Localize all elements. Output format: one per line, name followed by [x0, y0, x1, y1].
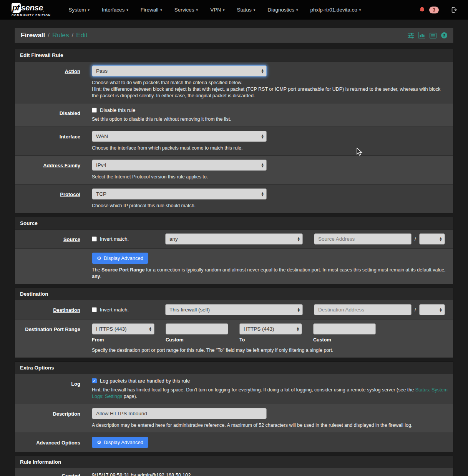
- logo-pf-box: pf: [12, 3, 21, 13]
- port-to-sublabel: To: [239, 337, 302, 343]
- panel-title: Rule Information: [15, 456, 453, 468]
- port-from-sublabel: From: [92, 337, 154, 343]
- destination-port-range-label: Destination Port Range: [25, 326, 80, 332]
- panel-title: Edit Firewall Rule: [15, 49, 453, 62]
- interface-label: Interface: [60, 134, 80, 140]
- logo-edition-text: COMMUNITY EDITION: [12, 13, 51, 17]
- address-family-select[interactable]: IPv4 ▲▼: [92, 160, 267, 171]
- form-row-address-family: Address Family IPv4 ▲▼ Select the Intern…: [15, 156, 453, 185]
- checkbox-box[interactable]: [92, 307, 97, 312]
- source-address-input[interactable]: [314, 233, 412, 245]
- bar-chart-icon[interactable]: [418, 32, 425, 38]
- sign-out-icon[interactable]: [451, 7, 458, 13]
- created-value: 9/15/17 09:58:31 by admin@192.168.50.102: [92, 472, 448, 476]
- gear-icon: ⚙: [97, 440, 101, 445]
- gear-icon: ⚙: [97, 256, 101, 261]
- chevron-down-icon: ▾: [223, 8, 225, 12]
- panel-title: Extra Options: [15, 362, 453, 374]
- log-hint-text: Hint: the firewall has limited local log…: [92, 387, 448, 400]
- protocol-help-text: Choose which IP protocol this rule shoul…: [92, 203, 448, 209]
- breadcrumb-firewall: Firewall: [21, 32, 45, 39]
- form-row-created: Created 9/15/17 09:58:31 by admin@192.16…: [15, 468, 453, 476]
- breadcrumb-edit-link[interactable]: Edit: [76, 32, 87, 39]
- description-help-text: A description may be entered here for ad…: [92, 422, 448, 429]
- display-advanced-button[interactable]: ⚙ Display Advanced: [92, 437, 148, 448]
- action-select[interactable]: Pass ▲▼: [92, 65, 267, 77]
- source-invert-checkbox[interactable]: Invert match.: [92, 236, 165, 242]
- port-custom-sublabel: Custom: [166, 337, 228, 343]
- form-row-destination: Destination Invert match. This firewall …: [15, 300, 453, 320]
- nav-firewall[interactable]: Firewall▾: [134, 7, 168, 13]
- chevron-down-icon: ▾: [160, 8, 162, 12]
- form-row-interface: Interface WAN ▲▼ Choose the interface fr…: [15, 127, 453, 156]
- logo-sense-text: sense: [21, 3, 43, 12]
- chevron-down-icon: ▾: [254, 8, 256, 12]
- list-table-icon[interactable]: [430, 33, 436, 38]
- action-help-text: Choose what to do with packets that matc…: [92, 80, 448, 99]
- log-label: Log: [71, 381, 80, 387]
- port-from-select[interactable]: HTTPS (443) ▲▼: [92, 323, 154, 335]
- port-to-select[interactable]: HTTPS (443) ▲▼: [239, 323, 302, 335]
- panel-title: Destination: [15, 288, 453, 300]
- panel-destination: Destination Destination Invert match. Th…: [15, 288, 453, 358]
- help-icon[interactable]: ?: [441, 32, 447, 38]
- nav-hostname[interactable]: phxlp-rtr01.devita.co▾: [304, 7, 367, 13]
- breadcrumb: Firewall / Rules / Edit ?: [15, 28, 453, 43]
- top-navbar: pf sense . COMMUNITY EDITION System▾ Int…: [0, 0, 468, 20]
- description-label: Description: [53, 411, 80, 417]
- panel-source: Source Source Invert match. any ▲▼: [15, 217, 453, 284]
- panel-title: Source: [15, 217, 453, 230]
- disable-rule-checkbox[interactable]: Disable this rule: [92, 105, 448, 113]
- disabled-help-text: Set this option to disable this rule wit…: [92, 116, 448, 123]
- advanced-options-label: Advanced Options: [36, 440, 80, 446]
- bell-icon[interactable]: [419, 7, 425, 13]
- logo-dot: .: [43, 8, 44, 13]
- nav-diagnostics[interactable]: Diagnostics▾: [261, 7, 304, 13]
- nav-system[interactable]: System▾: [62, 7, 96, 13]
- pfsense-logo[interactable]: pf sense . COMMUNITY EDITION: [12, 3, 51, 17]
- form-row-advanced-options: Advanced Options ⚙ Display Advanced: [15, 433, 453, 452]
- nav-services[interactable]: Services▾: [168, 7, 204, 13]
- sliders-icon[interactable]: [408, 33, 414, 38]
- main-menu: System▾ Interfaces▾ Firewall▾ Services▾ …: [62, 7, 367, 13]
- nav-interfaces[interactable]: Interfaces▾: [96, 7, 134, 13]
- destination-type-select[interactable]: This firewall (self) ▲▼: [165, 304, 303, 315]
- disabled-label: Disabled: [60, 110, 80, 116]
- destination-invert-checkbox[interactable]: Invert match.: [92, 307, 165, 313]
- destination-address-input[interactable]: [314, 304, 412, 315]
- action-label: Action: [65, 68, 80, 74]
- checkbox-box-checked[interactable]: [92, 378, 97, 383]
- interface-help-text: Choose the interface from which packets …: [92, 145, 448, 151]
- port-custom-sublabel: Custom: [313, 337, 376, 343]
- port-from-custom-input[interactable]: [166, 323, 228, 335]
- breadcrumb-rules-link[interactable]: Rules: [52, 32, 69, 39]
- mouse-cursor: [357, 148, 363, 156]
- form-row-destination-port-range: Destination Port Range HTTPS (443) ▲▼ Fr…: [15, 320, 453, 358]
- notification-count-badge[interactable]: 3: [429, 7, 439, 13]
- description-input[interactable]: [92, 408, 267, 419]
- log-packets-checkbox[interactable]: Log packets that are handled by this rul…: [92, 375, 448, 384]
- svg-text:?: ?: [443, 33, 445, 38]
- chevron-down-icon: ▾: [296, 8, 298, 12]
- mask-separator: /: [415, 236, 416, 242]
- port-to-custom-input[interactable]: [313, 323, 376, 335]
- select-stepper-icon: ▲▼: [440, 308, 441, 312]
- chevron-down-icon: ▾: [359, 8, 361, 12]
- form-row-disabled: Disabled Disable this rule Set this opti…: [15, 103, 453, 127]
- checkbox-box[interactable]: [92, 108, 97, 113]
- source-display-advanced-button[interactable]: ⚙ Display Advanced: [92, 253, 148, 264]
- source-type-select[interactable]: any ▲▼: [165, 233, 303, 245]
- panel-extra-options: Extra Options Log Log packets that are h…: [15, 361, 453, 452]
- select-stepper-icon: ▲▼: [298, 308, 300, 312]
- interface-select[interactable]: WAN ▲▼: [92, 131, 267, 142]
- source-mask-select[interactable]: ▲▼: [419, 233, 445, 245]
- select-stepper-icon: ▲▼: [149, 327, 151, 331]
- nav-status[interactable]: Status▾: [231, 7, 261, 13]
- protocol-select[interactable]: TCP ▲▼: [92, 188, 267, 200]
- panel-rule-information: Rule Information Created 9/15/17 09:58:3…: [15, 456, 453, 476]
- source-port-help-text: The Source Port Range for a connection i…: [92, 267, 448, 280]
- destination-label: Destination: [53, 307, 80, 313]
- checkbox-box[interactable]: [92, 236, 97, 241]
- nav-vpn[interactable]: VPN▾: [204, 7, 231, 13]
- destination-mask-select[interactable]: ▲▼: [419, 304, 445, 315]
